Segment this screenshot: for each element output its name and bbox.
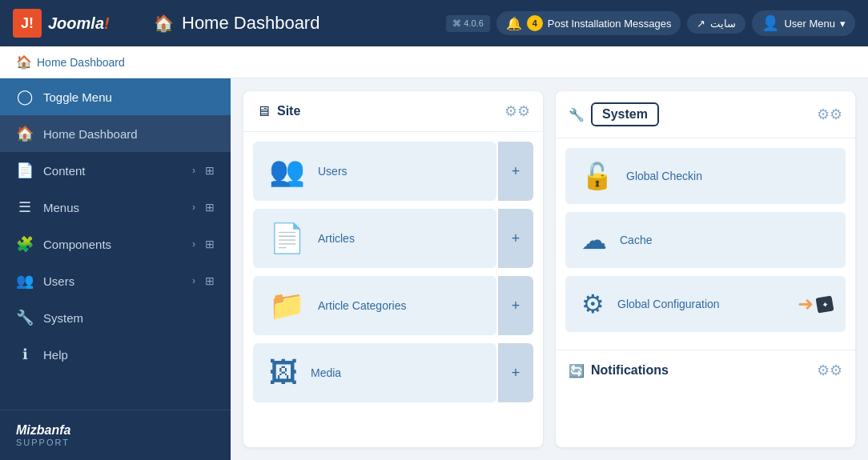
site-panel: 🖥 Site ⚙⚙ 👥 Users + 📄 Articles xyxy=(243,91,543,447)
sidebar-label-toggle-menu: Toggle Menu xyxy=(43,90,215,104)
sidebar-item-home-dashboard[interactable]: 🏠 Home Dashboard xyxy=(0,115,231,152)
sidebar-label-components: Components xyxy=(43,238,183,251)
menus-icon: ☰ xyxy=(16,198,34,216)
version-badge: ⌘ 4.0.6 xyxy=(446,15,490,32)
breadcrumb-label: Home Dashboard xyxy=(37,56,125,69)
toggle-menu-icon: ◯ xyxy=(16,88,34,106)
sidebar-label-help: Help xyxy=(43,348,215,362)
breadcrumb: 🏠 Home Dashboard xyxy=(0,46,868,78)
sidebar-label-menus: Menus xyxy=(43,201,183,214)
notification-count: 4 xyxy=(527,15,543,31)
notifications-gear-icon[interactable]: ⚙⚙ xyxy=(817,362,842,379)
media-dashboard-card[interactable]: 🖼 Media xyxy=(253,343,496,402)
users-dashboard-card[interactable]: 👥 Users xyxy=(253,142,496,201)
footer-sub-text: SUPPORT xyxy=(16,438,215,447)
site-panel-body: 👥 Users + 📄 Articles + 📁 Article Ca xyxy=(243,132,543,420)
users-card-wrapper: 👥 Users + xyxy=(253,142,533,201)
sidebar-label-system: System xyxy=(43,311,215,325)
articles-card-label: Articles xyxy=(318,232,355,245)
users-add-button[interactable]: + xyxy=(498,142,533,201)
menus-grid-icon: ⊞ xyxy=(205,201,215,214)
article-categories-card-label: Article Categories xyxy=(318,299,407,312)
components-arrow-icon: › xyxy=(192,238,195,250)
cache-card[interactable]: ☁ Cache xyxy=(565,212,846,268)
home-icon: 🏠 xyxy=(16,125,34,142)
notifications-panel-header: 🔄 Notifications ⚙⚙ xyxy=(556,350,855,390)
main-content: 🖥 Site ⚙⚙ 👥 Users + 📄 Articles xyxy=(231,78,868,460)
sidebar-footer: Mizbanfa SUPPORT xyxy=(0,410,231,460)
bell-icon: 🔔 xyxy=(506,16,522,31)
users-icon: 👥 xyxy=(16,272,34,290)
article-categories-add-button[interactable]: + xyxy=(498,276,533,335)
sidebar-item-menus[interactable]: ☰ Menus › ⊞ xyxy=(0,189,231,226)
sidebar-label-home-dashboard: Home Dashboard xyxy=(43,127,215,141)
system-panel-header: 🔧 System ⚙⚙ xyxy=(556,91,855,138)
system-panel-header-left: 🔧 System xyxy=(569,102,659,126)
user-menu-label: User Menu xyxy=(784,18,835,30)
breadcrumb-home-icon: 🏠 xyxy=(16,54,32,70)
article-categories-card-wrapper: 📁 Article Categories + xyxy=(253,276,533,335)
logo-exclaim: ! xyxy=(104,14,110,32)
system-panel-gear-icon[interactable]: ⚙⚙ xyxy=(817,106,842,123)
system-panel: 🔧 System ⚙⚙ 🔓 Global Checkin ☁ Cache ⚙ G… xyxy=(556,91,855,447)
header-home-icon: 🏠 xyxy=(154,14,174,33)
system-panel-body: 🔓 Global Checkin ☁ Cache ⚙ Global Config… xyxy=(556,138,855,350)
sidebar-item-components[interactable]: 🧩 Components › ⊞ xyxy=(0,226,231,262)
global-configuration-card[interactable]: ⚙ Global Configuration ➜ ✦ xyxy=(565,276,846,332)
articles-add-button[interactable]: + xyxy=(498,209,533,268)
cache-icon: ☁ xyxy=(581,225,607,255)
articles-dashboard-card[interactable]: 📄 Articles xyxy=(253,209,496,268)
chevron-down-icon: ▾ xyxy=(840,18,846,30)
cache-label: Cache xyxy=(620,234,652,246)
users-card-label: Users xyxy=(318,165,348,178)
monitor-icon: 🖥 xyxy=(256,103,271,120)
media-card-wrapper: 🖼 Media + xyxy=(253,343,533,402)
arrow-right-icon: ➜ xyxy=(798,293,814,315)
user-menu-button[interactable]: 👤 User Menu ▾ xyxy=(752,10,855,36)
joomla-logo-icon: J! xyxy=(13,9,42,38)
sidebar-item-content[interactable]: 📄 Content › ⊞ xyxy=(0,152,231,189)
refresh-icon: 🔄 xyxy=(569,363,585,378)
header-title: Home Dashboard xyxy=(182,13,319,34)
global-checkin-card[interactable]: 🔓 Global Checkin xyxy=(565,148,846,204)
site-panel-header: 🖥 Site ⚙⚙ xyxy=(243,91,543,132)
sidebar-item-help[interactable]: ℹ Help xyxy=(0,336,231,373)
footer-logo-text: Mizbanfa xyxy=(16,423,215,438)
post-installation-messages-button[interactable]: 🔔 4 Post Installation Messages xyxy=(496,11,681,35)
logo-area: J! Joomla! xyxy=(13,9,141,38)
logo-text: Joomla! xyxy=(48,14,110,33)
article-categories-card-icon: 📁 xyxy=(269,289,305,322)
global-checkin-label: Global Checkin xyxy=(626,170,702,182)
content-arrow-icon: › xyxy=(192,165,195,176)
media-card-label: Media xyxy=(311,366,341,379)
users-card-icon: 👥 xyxy=(269,154,305,188)
global-checkin-icon: 🔓 xyxy=(581,161,613,191)
global-config-decoration: ➜ ✦ xyxy=(798,293,833,315)
site-panel-header-left: 🖥 Site xyxy=(256,103,300,120)
content-icon: 📄 xyxy=(16,162,34,179)
sidebar-item-system[interactable]: 🔧 System xyxy=(0,299,231,336)
external-link-icon: ↗ xyxy=(697,18,705,30)
header-title-area: 🏠 Home Dashboard xyxy=(154,13,433,34)
media-add-button[interactable]: + xyxy=(498,343,533,402)
stamp-icon: ✦ xyxy=(816,295,834,313)
components-icon: 🧩 xyxy=(16,235,34,253)
site-panel-gear-icon[interactable]: ⚙⚙ xyxy=(504,102,530,120)
user-avatar-icon: 👤 xyxy=(762,14,779,32)
notifications-panel-title: Notifications xyxy=(591,363,669,378)
help-icon: ℹ xyxy=(16,346,34,363)
sidebar-item-toggle-menu[interactable]: ◯ Toggle Menu xyxy=(0,78,231,115)
article-categories-dashboard-card[interactable]: 📁 Article Categories xyxy=(253,276,496,335)
sidebar-item-users[interactable]: 👥 Users › ⊞ xyxy=(0,262,231,299)
sidebar-label-users: Users xyxy=(43,274,183,288)
app-layout: ◯ Toggle Menu 🏠 Home Dashboard 📄 Content… xyxy=(0,78,868,460)
articles-card-icon: 📄 xyxy=(269,222,305,255)
users-grid-icon: ⊞ xyxy=(205,274,215,287)
system-icon: 🔧 xyxy=(16,309,34,326)
content-grid-icon: ⊞ xyxy=(205,164,215,177)
app-header: J! Joomla! 🏠 Home Dashboard ⌘ 4.0.6 🔔 4 … xyxy=(0,0,868,46)
site-panel-title: Site xyxy=(277,104,300,118)
site-button[interactable]: ↗ سایت xyxy=(687,14,745,34)
global-config-icon: ⚙ xyxy=(581,289,605,319)
header-right: ⌘ 4.0.6 🔔 4 Post Installation Messages ↗… xyxy=(446,10,855,36)
